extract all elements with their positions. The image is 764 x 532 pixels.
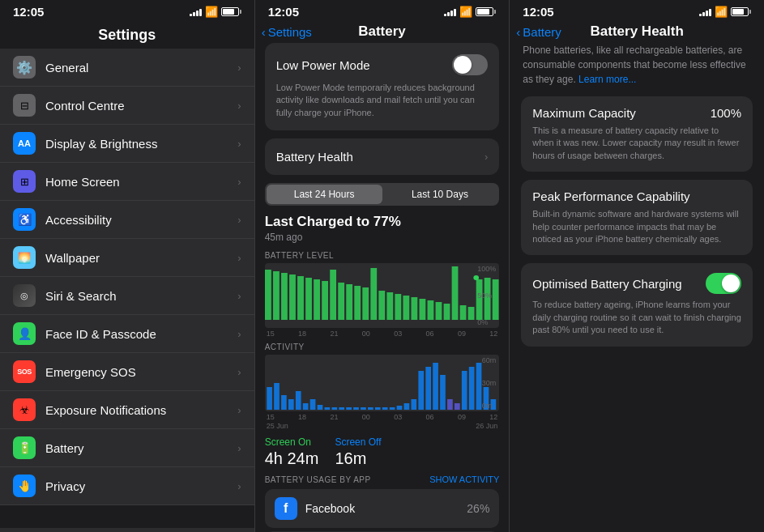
- settings-item-control-centre[interactable]: ⊟ Control Centre ›: [0, 87, 254, 125]
- health-back-button[interactable]: ‹ Battery: [516, 25, 561, 39]
- settings-item-app-store[interactable]: A App Store ›: [0, 528, 254, 532]
- exposure-chevron: ›: [237, 404, 241, 416]
- low-power-row: Low Power Mode: [276, 54, 489, 75]
- peak-performance-header: Peak Performance Capability: [532, 189, 741, 203]
- low-power-toggle[interactable]: [452, 54, 488, 75]
- accessibility-label: Accessibility: [45, 213, 237, 227]
- settings-item-face-id[interactable]: 👤 Face ID & Passcode ›: [0, 315, 254, 353]
- svg-rect-50: [411, 399, 416, 410]
- activity-chart-section: ACTIVITY: [265, 343, 500, 430]
- svg-rect-6: [314, 279, 320, 320]
- activity-chart-wrapper: 60m 30m 0m 15 18 21 00 03 06 09 12 25 J: [265, 355, 500, 430]
- chart-y-labels: 100% 50% 0%: [477, 263, 496, 328]
- x-label-18: 18: [298, 330, 306, 338]
- settings-item-general[interactable]: ⚙️ General ›: [0, 49, 254, 87]
- svg-rect-40: [339, 407, 344, 410]
- settings-item-home-screen[interactable]: ⊞ Home Screen ›: [0, 163, 254, 201]
- low-power-desc: Low Power Mode temporarily reduces backg…: [276, 82, 489, 119]
- signal-icon-1: [190, 8, 202, 16]
- wifi-icon-2: 📶: [459, 6, 472, 18]
- home-screen-chevron: ›: [237, 176, 241, 188]
- battery-label: Battery: [45, 441, 237, 455]
- battery-back-button[interactable]: ‹ Settings: [262, 25, 312, 39]
- svg-rect-35: [302, 403, 308, 410]
- svg-rect-18: [411, 297, 417, 320]
- general-label: General: [45, 61, 237, 74]
- face-id-icon: 👤: [13, 322, 36, 345]
- battery-icon-1: [221, 7, 241, 16]
- screen-on-stat: Screen On 4h 24m: [265, 436, 319, 468]
- accessibility-chevron: ›: [237, 214, 241, 226]
- svg-rect-31: [274, 383, 280, 410]
- exposure-label: Exposure Notifications: [45, 403, 237, 417]
- emergency-sos-icon: SOS: [13, 360, 36, 383]
- health-back-label: Battery: [523, 25, 561, 39]
- status-bar-1: 12:05 📶: [0, 0, 254, 20]
- settings-item-accessibility[interactable]: ♿ Accessibility ›: [0, 201, 254, 239]
- facebook-pct: 26%: [467, 502, 489, 515]
- emergency-sos-label: Emergency SOS: [45, 365, 237, 379]
- act-x-21: 21: [330, 413, 338, 421]
- svg-rect-25: [467, 307, 474, 320]
- svg-rect-45: [375, 407, 381, 410]
- screen-off-stat: Screen Off 16m: [335, 436, 381, 468]
- status-icons-1: 📶: [190, 6, 241, 18]
- optimised-charging-toggle[interactable]: [706, 273, 741, 294]
- svg-rect-14: [378, 291, 385, 320]
- battery-icon-3: [731, 7, 751, 16]
- app-usage-facebook[interactable]: f Facebook 26%: [265, 489, 500, 528]
- settings-item-privacy[interactable]: 🤚 Privacy ›: [0, 467, 254, 505]
- act-x-18: 18: [298, 413, 306, 421]
- health-back-chevron-icon: ‹: [516, 25, 520, 39]
- svg-rect-46: [382, 407, 388, 410]
- settings-item-siri[interactable]: ◎ Siri & Search ›: [0, 277, 254, 315]
- act-x-06: 06: [426, 413, 434, 421]
- health-description: Phone batteries, like all rechargeable b…: [521, 43, 753, 87]
- act-date-26jun: 26 Jun: [476, 422, 497, 430]
- control-centre-icon: ⊟: [13, 94, 36, 117]
- svg-rect-13: [370, 268, 377, 320]
- act-y-30: 30m: [482, 379, 497, 387]
- svg-rect-17: [403, 296, 409, 320]
- display-icon: AA: [13, 132, 36, 155]
- svg-rect-41: [346, 407, 352, 410]
- x-label-12: 12: [489, 330, 497, 338]
- battery-health-label: Battery Health: [276, 150, 353, 164]
- toggle-thumb: [454, 56, 472, 74]
- act-x-09: 09: [458, 413, 466, 421]
- learn-more-link[interactable]: Learn more...: [578, 74, 636, 85]
- svg-rect-11: [354, 286, 361, 320]
- svg-rect-49: [403, 403, 409, 410]
- segment-24h[interactable]: Last 24 Hours: [267, 185, 382, 204]
- settings-item-exposure[interactable]: ☣ Exposure Notifications ›: [0, 391, 254, 429]
- svg-rect-32: [281, 395, 287, 410]
- svg-rect-24: [459, 305, 466, 320]
- x-label-09: 09: [458, 330, 466, 338]
- settings-item-emergency-sos[interactable]: SOS Emergency SOS ›: [0, 353, 254, 391]
- svg-rect-48: [396, 406, 402, 410]
- svg-rect-16: [395, 294, 401, 320]
- svg-rect-30: [267, 387, 272, 410]
- battery-health-row[interactable]: Battery Health ›: [265, 138, 500, 175]
- battery-health-chevron: ›: [484, 151, 488, 163]
- segment-10d[interactable]: Last 10 Days: [382, 185, 498, 204]
- peak-performance-desc: Built-in dynamic software and hardware s…: [532, 208, 741, 245]
- optimised-charging-row: Optimised Battery Charging: [532, 273, 741, 294]
- battery-health-panel: 12:05 📶 ‹ Battery Battery Health Phone b…: [509, 0, 764, 532]
- settings-item-display[interactable]: AA Display & Brightness ›: [0, 125, 254, 163]
- x-label-00: 00: [362, 330, 370, 338]
- show-activity-button[interactable]: SHOW ACTIVITY: [429, 475, 499, 484]
- svg-rect-52: [425, 367, 431, 410]
- svg-rect-21: [435, 302, 442, 320]
- x-label-06: 06: [426, 330, 434, 338]
- settings-item-battery[interactable]: 🔋 Battery ›: [0, 429, 254, 467]
- privacy-chevron: ›: [237, 480, 241, 492]
- svg-rect-34: [296, 391, 301, 410]
- svg-rect-39: [331, 407, 337, 410]
- settings-item-wallpaper[interactable]: 🌅 Wallpaper ›: [0, 239, 254, 277]
- battery-panel-title: Battery: [358, 23, 406, 40]
- max-capacity-header: Maximum Capacity 100%: [532, 106, 741, 120]
- act-x-03: 03: [394, 413, 402, 421]
- peak-performance-title: Peak Performance Capability: [532, 189, 689, 203]
- control-centre-chevron: ›: [237, 100, 241, 112]
